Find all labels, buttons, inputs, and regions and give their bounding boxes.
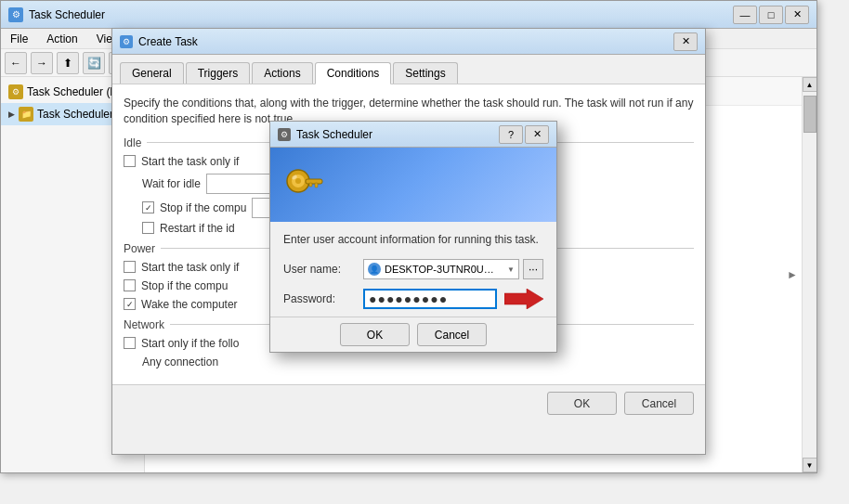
power-checkbox-3-label: Wake the computer — [141, 298, 238, 311]
popup-icon: ⚙ — [278, 128, 291, 141]
username-dropdown[interactable]: 👤 DESKTOP-3UTNR0U\Richard ▼ — [363, 259, 519, 279]
create-task-title: Create Task — [138, 35, 673, 48]
password-arrow-indicator — [504, 289, 543, 309]
red-arrow-icon — [504, 289, 543, 309]
dialog-tabs: General Triggers Actions Conditions Sett… — [112, 55, 705, 84]
create-task-icon: ⚙ — [120, 35, 133, 48]
popup-cancel-button[interactable]: Cancel — [417, 323, 487, 346]
minimize-button[interactable]: — — [733, 6, 757, 24]
forward-button[interactable]: → — [31, 52, 53, 74]
create-task-footer: OK Cancel — [112, 384, 705, 421]
main-title-bar: ⚙ Task Scheduler — □ ✕ — [1, 1, 816, 29]
power-checkbox-2-label: Stop if the compu — [141, 279, 228, 292]
popup-close-button[interactable]: ✕ — [525, 125, 549, 144]
menu-file[interactable]: File — [5, 31, 33, 47]
network-connection-row: Any connection — [142, 355, 694, 368]
popup-header — [270, 148, 556, 222]
username-label: User name: — [283, 263, 358, 276]
main-window-controls: — □ ✕ — [733, 6, 809, 24]
username-more-button[interactable]: ··· — [523, 259, 543, 279]
network-checkbox-1-label: Start only if the follo — [141, 337, 239, 350]
idle-stop-checkbox[interactable] — [142, 201, 154, 213]
popup-title-bar: ⚙ Task Scheduler ? ✕ — [270, 122, 556, 148]
sidebar-icon-library: 📁 — [19, 107, 33, 122]
password-input-container: ●●●●●●●●● — [363, 289, 543, 309]
main-window-icon: ⚙ — [8, 7, 23, 22]
svg-rect-3 — [306, 179, 322, 184]
back-button[interactable]: ← — [5, 52, 27, 74]
popup-ok-button[interactable]: OK — [340, 323, 410, 346]
password-field-row: Password: ●●●●●●●●● — [283, 289, 543, 309]
svg-point-2 — [295, 178, 301, 184]
idle-restart-checkbox[interactable] — [142, 222, 154, 234]
any-connection-label: Any connection — [142, 355, 218, 368]
popup-controls: ? ✕ — [499, 125, 549, 144]
power-checkbox-3[interactable] — [124, 298, 136, 310]
svg-rect-5 — [309, 183, 312, 187]
create-task-cancel-button[interactable]: Cancel — [624, 392, 694, 415]
popup-footer: OK Cancel — [270, 317, 556, 352]
create-task-controls: ✕ — [673, 32, 698, 51]
svg-rect-4 — [315, 183, 318, 187]
tab-triggers[interactable]: Triggers — [186, 62, 251, 84]
tab-actions[interactable]: Actions — [252, 62, 312, 84]
popup-message: Enter user account information for runni… — [283, 233, 543, 246]
password-label: Password: — [283, 292, 358, 305]
idle-wait-label: Wait for idle — [142, 177, 201, 190]
idle-stop-label: Stop if the compu — [160, 201, 246, 214]
idle-checkbox-1[interactable] — [124, 155, 136, 167]
idle-checkbox-1-label: Start the task only if — [141, 155, 239, 168]
expand-arrow[interactable]: ► — [787, 268, 798, 281]
refresh-button[interactable]: 🔄 — [83, 52, 105, 74]
tab-conditions[interactable]: Conditions — [315, 62, 392, 84]
menu-action[interactable]: Action — [41, 31, 83, 47]
key-icon — [281, 162, 326, 207]
password-input[interactable]: ●●●●●●●●● — [363, 289, 497, 309]
popup-help-button[interactable]: ? — [499, 125, 523, 144]
svg-marker-7 — [504, 289, 543, 309]
sidebar-icon-local: ⚙ — [8, 84, 23, 99]
username-chevron: ▼ — [507, 265, 515, 274]
up-button[interactable]: ⬆ — [57, 52, 79, 74]
power-checkbox-2[interactable] — [124, 279, 136, 291]
username-value: DESKTOP-3UTNR0U\Richard — [385, 264, 496, 275]
username-dropdown-inner: 👤 DESKTOP-3UTNR0U\Richard — [368, 263, 507, 276]
tab-general[interactable]: General — [120, 62, 184, 84]
network-checkbox-1[interactable] — [124, 337, 136, 349]
tab-settings[interactable]: Settings — [393, 62, 457, 84]
username-field-row: User name: 👤 DESKTOP-3UTNR0U\Richard ▼ ·… — [283, 259, 543, 279]
scroll-thumb[interactable] — [803, 96, 816, 133]
create-task-title-bar: ⚙ Create Task ✕ — [112, 29, 705, 55]
password-dots: ●●●●●●●●● — [369, 291, 448, 306]
idle-restart-label: Restart if the id — [160, 222, 235, 235]
create-task-close[interactable]: ✕ — [673, 32, 698, 51]
popup-header-icon-container — [281, 162, 326, 207]
right-scrollbar[interactable]: ▲ ▼ — [802, 77, 816, 472]
power-checkbox-1[interactable] — [124, 261, 136, 273]
popup-body: Enter user account information for runni… — [270, 222, 556, 330]
popup-title: Task Scheduler — [296, 128, 499, 141]
scroll-up-arrow[interactable]: ▲ — [803, 77, 817, 92]
username-input-container: 👤 DESKTOP-3UTNR0U\Richard ▼ ··· — [363, 259, 543, 279]
task-scheduler-popup: ⚙ Task Scheduler ? ✕ — [269, 121, 557, 353]
power-checkbox-1-label: Start the task only if — [141, 261, 239, 274]
create-task-ok-button[interactable]: OK — [547, 392, 617, 415]
sidebar-arrow-library: ▶ — [8, 110, 15, 119]
main-window-title: Task Scheduler — [29, 8, 733, 21]
close-button[interactable]: ✕ — [785, 6, 809, 24]
user-avatar-icon: 👤 — [368, 263, 381, 276]
scroll-down-arrow[interactable]: ▼ — [803, 458, 817, 472]
maximize-button[interactable]: □ — [759, 6, 783, 24]
